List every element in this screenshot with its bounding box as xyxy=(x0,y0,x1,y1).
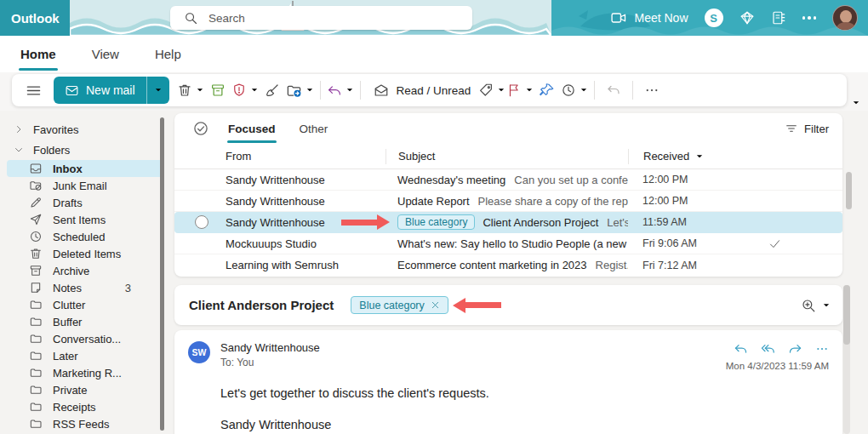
sender-avatar[interactable]: SW xyxy=(188,341,210,363)
categorize-button[interactable] xyxy=(478,77,505,103)
reply-icon xyxy=(327,83,342,98)
tab-other[interactable]: Other xyxy=(299,121,329,137)
mail-row[interactable]: Learning with Semrush Ecommerce content … xyxy=(174,254,842,276)
reply-all-button[interactable] xyxy=(761,341,775,356)
toolbar: New mail xyxy=(12,74,847,106)
reply-button[interactable] xyxy=(734,341,748,356)
message-more-button[interactable] xyxy=(815,342,829,356)
mail-preview: Please share a copy of the rep... xyxy=(478,195,628,208)
delete-button[interactable] xyxy=(177,77,204,103)
collapse-ribbon-button[interactable] xyxy=(852,99,860,107)
filter-button[interactable]: Filter xyxy=(785,122,829,135)
tab-help[interactable]: Help xyxy=(153,43,183,65)
sidebar-item-deleted-items[interactable]: Deleted Items xyxy=(7,245,163,262)
flag-button[interactable] xyxy=(506,77,534,103)
ribbon-tabs: Home View Help xyxy=(0,36,868,72)
search-bar[interactable]: Search xyxy=(170,6,472,30)
pin-button[interactable] xyxy=(534,77,560,103)
toolbar-divider xyxy=(360,81,361,100)
tab-focused[interactable]: Focused xyxy=(227,121,277,137)
hamburger-menu-button[interactable] xyxy=(20,77,46,103)
folder-icon xyxy=(29,383,43,397)
column-received[interactable]: Received xyxy=(628,149,704,164)
more-options-button[interactable] xyxy=(802,16,817,20)
message-list-scrollbar[interactable] xyxy=(846,172,852,209)
snooze-button[interactable] xyxy=(561,77,588,103)
sidebar-item-marketing[interactable]: Marketing R... xyxy=(7,364,163,381)
column-from[interactable]: From xyxy=(226,150,385,163)
folder-label: Private xyxy=(53,384,163,397)
clock-icon xyxy=(561,83,576,98)
folder-count-badge: 3 xyxy=(125,282,131,294)
report-button[interactable] xyxy=(231,77,259,103)
folder-label: Deleted Items xyxy=(53,248,163,260)
skype-button[interactable]: S xyxy=(705,9,723,27)
archive-button[interactable] xyxy=(205,77,231,103)
toolbar-more-button[interactable] xyxy=(639,77,665,103)
select-all-button[interactable] xyxy=(188,116,214,141)
mail-preview: Let's... xyxy=(607,216,628,229)
sidebar-item-junk-email[interactable]: Junk Email xyxy=(7,177,163,194)
sidebar-section-folders[interactable]: Folders xyxy=(0,140,170,160)
mail-row[interactable]: Mockuuups Studio What's new: Say hello t… xyxy=(174,233,842,254)
sidebar-item-drafts[interactable]: Drafts xyxy=(7,194,163,211)
sidebar-item-notes[interactable]: Notes 3 xyxy=(7,279,163,296)
column-subject[interactable]: Subject xyxy=(385,149,628,164)
zoom-button[interactable] xyxy=(801,298,831,313)
account-avatar[interactable] xyxy=(832,5,858,31)
onenote-feed-button[interactable] xyxy=(771,10,786,26)
sender-name: Sandy Writtenhouse xyxy=(220,341,320,354)
reading-pane-scrollbar[interactable] xyxy=(843,285,850,434)
sidebar-item-inbox[interactable]: Inbox xyxy=(7,160,163,177)
mail-row-selected[interactable]: Sandy Writtenhouse Blue category Client … xyxy=(174,212,842,233)
sidebar-item-rss-feeds[interactable]: RSS Feeds xyxy=(7,415,163,432)
toolbar-divider xyxy=(594,81,595,100)
sidebar-item-private[interactable]: Private xyxy=(7,381,163,398)
premium-button[interactable] xyxy=(740,10,755,26)
reply-button[interactable] xyxy=(327,77,354,103)
clock-icon xyxy=(29,230,43,243)
chevron-down-icon xyxy=(580,86,588,94)
sidebar-scrollbar[interactable] xyxy=(160,117,164,431)
sidebar-item-later[interactable]: Later xyxy=(7,347,163,364)
move-to-button[interactable] xyxy=(286,77,314,103)
forward-button[interactable] xyxy=(788,341,802,356)
category-chip[interactable]: Blue category xyxy=(351,296,448,314)
tab-view[interactable]: View xyxy=(90,43,121,65)
mail-row[interactable]: Sandy Writtenhouse Update ReportPlease s… xyxy=(174,191,842,212)
folder-icon xyxy=(29,417,43,431)
archive-icon xyxy=(29,264,43,277)
remove-category-x-icon[interactable] xyxy=(431,300,440,310)
message-subject-title: Client Anderson Project xyxy=(189,298,334,312)
sidebar-item-sent-items[interactable]: Sent Items xyxy=(7,211,163,228)
app-logo[interactable]: Outlook xyxy=(0,0,70,36)
new-mail-button[interactable]: New mail xyxy=(54,77,146,104)
mail-row[interactable]: Sandy Writtenhouse Wednesday's meetingCa… xyxy=(174,169,842,191)
sidebar-item-archive[interactable]: Archive xyxy=(7,262,163,279)
reading-pane-header: Client Anderson Project Blue category xyxy=(174,285,842,325)
meet-now-button[interactable]: Meet Now xyxy=(610,9,688,26)
sidebar-item-conversation[interactable]: Conversatio... xyxy=(7,330,163,347)
sidebar-item-buffer[interactable]: Buffer xyxy=(7,313,163,330)
tab-home[interactable]: Home xyxy=(19,43,58,65)
notebook-icon xyxy=(771,10,786,26)
chevron-down-icon xyxy=(345,86,354,94)
ellipsis-icon xyxy=(802,16,817,20)
trash-icon xyxy=(177,83,192,98)
sidebar-item-clutter[interactable]: Clutter xyxy=(7,296,163,313)
undo-button[interactable] xyxy=(601,77,626,103)
sidebar-item-receipts[interactable]: Receipts xyxy=(7,398,163,415)
sidebar-item-scheduled[interactable]: Scheduled xyxy=(7,228,163,245)
column-received-label: Received xyxy=(643,150,689,163)
sidebar-section-favorites[interactable]: Favorites xyxy=(0,119,170,140)
chevron-down-icon xyxy=(196,86,204,94)
meet-now-label: Meet Now xyxy=(634,11,688,25)
category-chip[interactable]: Blue category xyxy=(397,214,475,230)
mail-subject: What's new: Say hello to Studio People (… xyxy=(397,237,628,250)
read-unread-button[interactable]: Read / Unread xyxy=(367,77,478,103)
mail-time: 12:00 PM xyxy=(628,174,760,186)
folder-icon xyxy=(29,298,43,311)
new-mail-dropdown[interactable] xyxy=(146,77,169,104)
sweep-button[interactable] xyxy=(260,77,285,103)
row-select-circle[interactable] xyxy=(195,215,208,229)
